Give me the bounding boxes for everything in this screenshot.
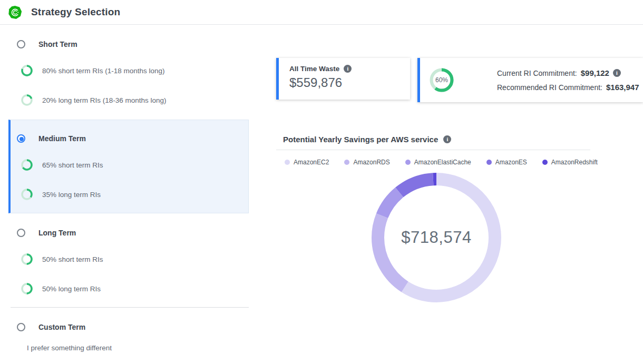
info-icon[interactable]: i bbox=[613, 69, 621, 77]
legend-item-amazonec2[interactable]: AmazonEC2 bbox=[285, 159, 329, 166]
recommended-commitment-row: Recommended RI Commitment: $163,947 i bbox=[497, 83, 643, 92]
strategy-selection-page: Strategy Selection Short Term 80% short … bbox=[0, 0, 643, 364]
strategy-option: 50% long term RIs bbox=[21, 283, 101, 294]
option-label: 50% short term RIs bbox=[42, 255, 103, 263]
current-commitment-row: Current RI Commitment: $99,122 i bbox=[497, 68, 643, 77]
page-header: Strategy Selection bbox=[0, 0, 643, 25]
legend-label: AmazonRedshift bbox=[551, 159, 598, 166]
waste-card-value: $559,876 bbox=[289, 75, 410, 90]
progress-ring-icon bbox=[21, 189, 33, 200]
radio-short-term[interactable] bbox=[17, 40, 25, 48]
radio-long-term[interactable] bbox=[17, 229, 25, 237]
legend-dot bbox=[486, 160, 492, 165]
legend-label: AmazonRDS bbox=[353, 159, 389, 166]
strategy-label: Medium Term bbox=[38, 134, 86, 143]
strategy-medium-term[interactable]: Medium Term bbox=[17, 134, 86, 143]
strategy-option: 35% long term RIs bbox=[21, 189, 101, 200]
radio-custom-term[interactable] bbox=[17, 323, 25, 331]
chart-legend: AmazonEC2 AmazonRDS AmazonElastiCache Am… bbox=[285, 159, 590, 166]
page-title: Strategy Selection bbox=[31, 6, 120, 18]
info-icon[interactable]: i bbox=[344, 65, 352, 73]
option-label: 80% short term RIs (1-18 months long) bbox=[42, 67, 165, 75]
section-divider bbox=[11, 307, 249, 308]
legend-item-amazonelasticache[interactable]: AmazonElastiCache bbox=[405, 159, 471, 166]
progress-ring-icon bbox=[21, 65, 33, 76]
progress-ring-icon bbox=[21, 94, 33, 106]
ri-commitment-card: 60% Current RI Commitment: $99,122 i Rec… bbox=[417, 58, 643, 102]
option-label: 20% long term RIs (18-36 months long) bbox=[42, 96, 167, 104]
option-label: 65% short term RIs bbox=[42, 161, 103, 169]
all-time-waste-card: All Time Waste i $559,876 bbox=[276, 58, 410, 100]
donut-center-total: $718,574 bbox=[371, 172, 502, 303]
legend-item-amazonredshift[interactable]: AmazonRedshift bbox=[542, 159, 598, 166]
custom-term-description: I prefer something different bbox=[27, 344, 112, 352]
progress-ring-icon bbox=[21, 253, 33, 265]
legend-label: AmazonEC2 bbox=[294, 159, 329, 166]
legend-item-amazonrds[interactable]: AmazonRDS bbox=[344, 159, 389, 166]
waste-card-label: All Time Waste bbox=[289, 65, 339, 73]
progress-ring-icon bbox=[21, 159, 33, 171]
recommended-commitment-value: $163,947 bbox=[606, 83, 639, 92]
strategy-option: 50% short term RIs bbox=[21, 253, 103, 265]
strategy-long-term[interactable]: Long Term bbox=[17, 229, 76, 237]
legend-dot bbox=[285, 160, 290, 165]
legend-dot bbox=[344, 160, 349, 165]
commitment-gauge: 60% bbox=[430, 68, 454, 92]
strategy-custom-term[interactable]: Custom Term bbox=[17, 323, 85, 331]
savings-chart-title: Potential Yearly Savings per AWS service bbox=[283, 135, 438, 144]
recommended-commitment-label: Recommended RI Commitment: bbox=[497, 83, 602, 92]
radio-medium-term[interactable] bbox=[17, 134, 25, 143]
strategy-list: Short Term 80% short term RIs (1-18 mont… bbox=[11, 25, 249, 364]
legend-dot bbox=[542, 160, 548, 165]
legend-label: AmazonES bbox=[495, 159, 527, 166]
strategy-option: 65% short term RIs bbox=[21, 159, 103, 171]
current-commitment-value: $99,122 bbox=[581, 68, 609, 77]
strategy-short-term[interactable]: Short Term bbox=[17, 40, 77, 48]
option-label: 35% long term RIs bbox=[42, 191, 101, 199]
legend-dot bbox=[405, 160, 411, 165]
strategy-label: Custom Term bbox=[38, 323, 85, 331]
current-commitment-label: Current RI Commitment: bbox=[497, 69, 577, 77]
gauge-percent-label: 60% bbox=[430, 68, 454, 92]
info-icon[interactable]: i bbox=[443, 135, 451, 143]
brand-logo-icon bbox=[8, 5, 22, 19]
legend-item-amazones[interactable]: AmazonES bbox=[486, 159, 527, 166]
chart-divider bbox=[276, 150, 590, 150]
strategy-label: Long Term bbox=[38, 229, 76, 237]
savings-chart-header: Potential Yearly Savings per AWS service… bbox=[283, 135, 451, 144]
strategy-option: 20% long term RIs (18-36 months long) bbox=[21, 94, 167, 106]
legend-label: AmazonElastiCache bbox=[414, 159, 471, 166]
strategy-option: 80% short term RIs (1-18 months long) bbox=[21, 65, 165, 76]
option-label: 50% long term RIs bbox=[42, 285, 101, 293]
progress-ring-icon bbox=[21, 283, 33, 294]
savings-donut-chart[interactable]: $718,574 bbox=[371, 172, 502, 303]
strategy-label: Short Term bbox=[38, 40, 77, 48]
